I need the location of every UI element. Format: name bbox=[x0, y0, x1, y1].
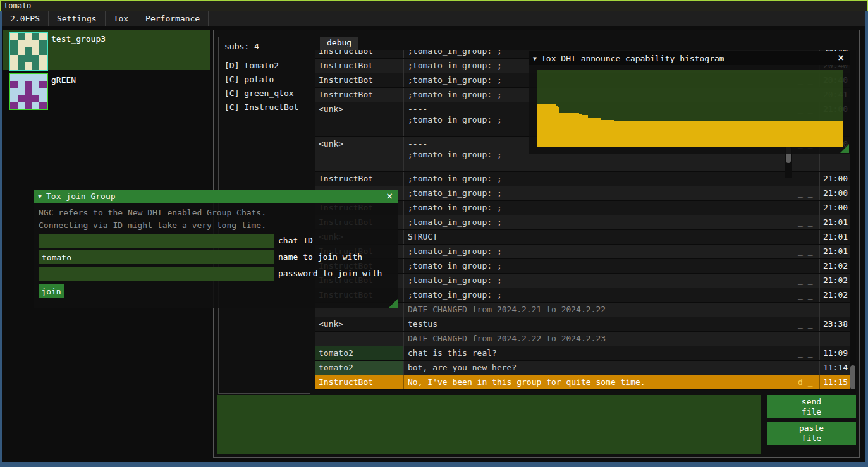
chat-row[interactable]: InstructBotNo, I've been in this group f… bbox=[315, 375, 850, 390]
paste-file-button[interactable]: paste file bbox=[767, 422, 856, 445]
chat-scrollbar[interactable] bbox=[850, 50, 856, 394]
send-file-button-label-line2: file bbox=[802, 407, 821, 417]
chat-delivery-indicator: d _ bbox=[793, 375, 819, 389]
histogram-bin bbox=[559, 113, 578, 147]
join-group-description-line2: Connecting via ID might take a very long… bbox=[39, 221, 266, 230]
avatar-pixel bbox=[39, 102, 47, 109]
dht-histogram-body bbox=[529, 65, 850, 154]
members-list: [D] tomato2[C] potato[C] green_qtox[C] I… bbox=[219, 59, 310, 114]
dht-histogram-titlebar[interactable]: ▼ Tox DHT announce capability histogram … bbox=[529, 51, 850, 65]
avatar-pixel bbox=[32, 47, 40, 55]
chat-message: ;tomato_in_group: ; bbox=[403, 215, 793, 229]
avatar-pixel bbox=[25, 88, 32, 95]
member-item-potato[interactable]: [C] potato bbox=[219, 73, 310, 87]
avatar-pixel bbox=[18, 95, 25, 102]
chat-row[interactable]: tomato2chat is this real?_ _11:09 bbox=[315, 346, 850, 361]
menu-item-performance[interactable]: Performance bbox=[137, 11, 208, 26]
frame-left-edge bbox=[0, 11, 2, 462]
avatar-pixel bbox=[18, 62, 25, 70]
chat-message: DATE CHANGED from 2024.2.22 to 2024.2.23 bbox=[403, 332, 793, 346]
chat-timestamp: 21:01 bbox=[819, 215, 850, 229]
resize-grip-icon[interactable] bbox=[389, 299, 398, 308]
close-icon[interactable]: × bbox=[834, 51, 847, 64]
chat-row[interactable]: InstructBot;tomato_in_group: ;_ _21:00 bbox=[315, 172, 850, 186]
message-input[interactable] bbox=[217, 395, 761, 454]
tab-debug[interactable]: debug bbox=[320, 37, 358, 51]
chat-message: bot, are you new here? bbox=[403, 361, 793, 375]
os-titlebar[interactable]: tomato bbox=[0, 0, 868, 11]
chat-tab-bar: debug bbox=[315, 37, 850, 50]
join-name-input[interactable] bbox=[39, 250, 274, 264]
chat-sender: <unk> bbox=[315, 317, 403, 331]
menu-item-settings[interactable]: Settings bbox=[49, 11, 105, 26]
avatar-pixel bbox=[10, 88, 18, 95]
avatar-pixel bbox=[18, 88, 25, 95]
chat-sender bbox=[315, 332, 403, 346]
sidebar-item-group-test_group3[interactable]: test_group3 bbox=[3, 30, 210, 70]
join-button[interactable]: join bbox=[39, 284, 64, 298]
chat-row[interactable]: <unk>testus_ _23:38 bbox=[315, 317, 850, 332]
chat-timestamp: 11:09 bbox=[819, 346, 850, 360]
chat-id-label: chat ID bbox=[278, 234, 313, 248]
avatar-pixel bbox=[25, 74, 32, 81]
chat-message: chat is this real? bbox=[403, 346, 793, 360]
avatar-pixel bbox=[39, 33, 47, 40]
app-root: { "window": { "title": "tomato" }, "menu… bbox=[0, 0, 868, 467]
paste-file-button-label-line2: file bbox=[802, 434, 821, 444]
chat-message: ;tomato_in_group: ; bbox=[403, 201, 793, 215]
group-avatar bbox=[9, 32, 48, 71]
avatar-pixel bbox=[39, 95, 47, 102]
chat-timestamp: 21:00 bbox=[819, 172, 850, 186]
member-item-green_qtox[interactable]: [C] green_qtox bbox=[219, 87, 310, 100]
sidebar-item-group-gREEN[interactable]: gREEN bbox=[3, 71, 210, 108]
chat-message: No, I've been in this group for quite so… bbox=[403, 375, 793, 389]
join-password-label: password to join with bbox=[278, 267, 382, 281]
menu-bar: 2.0FPSSettingsToxPerformance bbox=[2, 11, 865, 26]
close-icon[interactable]: × bbox=[383, 190, 396, 202]
chat-message: STRUCT bbox=[403, 230, 793, 244]
collapse-arrow-icon[interactable]: ▼ bbox=[529, 55, 541, 62]
group-avatar bbox=[9, 73, 48, 110]
chat-sender: tomato2 bbox=[315, 346, 403, 360]
collapse-arrow-icon[interactable]: ▼ bbox=[34, 193, 46, 200]
join-group-titlebar[interactable]: ▼ Tox join Group × bbox=[34, 190, 398, 203]
avatar-pixel bbox=[10, 95, 18, 102]
chat-timestamp: 21:00 bbox=[819, 201, 850, 215]
chat-row[interactable]: DATE CHANGED from 2024.2.22 to 2024.2.23 bbox=[315, 332, 850, 346]
avatar-pixel bbox=[10, 55, 18, 63]
chat-delivery-indicator: _ _ bbox=[793, 361, 819, 375]
chat-delivery-indicator: _ _ bbox=[793, 186, 819, 200]
avatar-pixel bbox=[39, 88, 47, 95]
chat-message: ;tomato_in_group: ; bbox=[403, 274, 793, 288]
chat-timestamp: 21:02 bbox=[819, 288, 850, 302]
avatar-pixel bbox=[32, 33, 40, 40]
chat-timestamp: 21:00 bbox=[819, 186, 850, 200]
chat-sender: InstructBot bbox=[315, 375, 403, 389]
chat-row[interactable]: tomato2bot, are you new here?_ _11:14 bbox=[315, 361, 850, 375]
members-header: subs: 4 bbox=[219, 37, 310, 51]
avatar-pixel bbox=[32, 88, 40, 95]
avatar-pixel bbox=[39, 74, 47, 81]
join-group-window: ▼ Tox join Group × NGC refers to the New… bbox=[34, 190, 398, 308]
chat-sender: <unk> bbox=[315, 137, 403, 171]
chat-timestamp: 21:02 bbox=[819, 259, 850, 273]
chat-delivery-indicator: _ _ bbox=[793, 245, 819, 258]
join-password-input[interactable] bbox=[39, 267, 274, 281]
resize-grip-icon[interactable] bbox=[840, 144, 849, 153]
chat-timestamp: 23:38 bbox=[819, 317, 850, 331]
chat-message: ;tomato_in_group: ; bbox=[403, 172, 793, 186]
member-item-instructbot[interactable]: [C] InstructBot bbox=[219, 100, 310, 114]
send-file-button[interactable]: send file bbox=[767, 395, 856, 418]
avatar-pixel bbox=[10, 102, 18, 109]
chat-message: DATE CHANGED from 2024.2.21 to 2024.2.22 bbox=[403, 303, 793, 317]
member-item-tomato2[interactable]: [D] tomato2 bbox=[219, 59, 310, 73]
avatar-pixel bbox=[18, 81, 25, 88]
frame-right-edge bbox=[865, 11, 868, 462]
chat-scrollbar-thumb[interactable] bbox=[850, 365, 855, 389]
chat-id-input[interactable] bbox=[39, 234, 274, 248]
chat-delivery-indicator: _ _ bbox=[793, 346, 819, 360]
chat-timestamp: 21:01 bbox=[819, 245, 850, 258]
menu-item-tox[interactable]: Tox bbox=[106, 11, 137, 26]
histogram-bin bbox=[601, 120, 614, 147]
avatar-pixel bbox=[25, 95, 32, 102]
